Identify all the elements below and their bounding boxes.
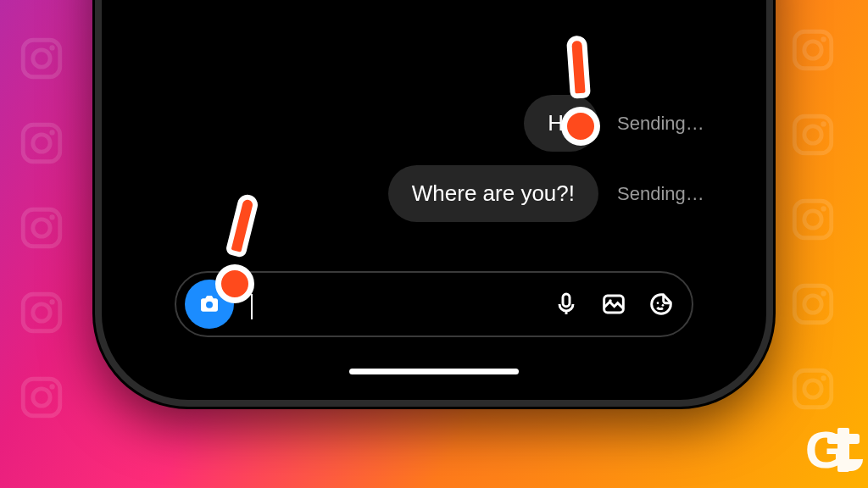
microphone-button[interactable] bbox=[551, 289, 581, 319]
composer-actions bbox=[551, 289, 676, 319]
watermark-text bbox=[837, 420, 849, 479]
svg-point-30 bbox=[206, 302, 213, 308]
text-cursor bbox=[251, 294, 253, 319]
mic-icon bbox=[553, 291, 580, 318]
svg-rect-31 bbox=[563, 294, 570, 307]
message-row: Hi! Sending… bbox=[115, 88, 753, 158]
message-status: Sending… bbox=[617, 113, 719, 135]
sticker-icon bbox=[648, 291, 675, 318]
message-list: Hi! Sending… Where are you?! Sending… bbox=[115, 88, 753, 229]
camera-button[interactable] bbox=[185, 280, 234, 329]
home-indicator[interactable] bbox=[349, 369, 519, 374]
watermark-logo: G bbox=[805, 419, 849, 480]
phone-screen: Hi! Sending… Where are you?! Sending… bbox=[115, 0, 753, 386]
svg-point-35 bbox=[662, 304, 665, 307]
camera-icon bbox=[197, 291, 222, 317]
gallery-icon bbox=[600, 291, 627, 318]
message-bubble[interactable]: Where are you?! bbox=[388, 165, 598, 222]
message-bubble[interactable]: Hi! bbox=[524, 95, 598, 152]
phone-frame: Hi! Sending… Where are you?! Sending… bbox=[95, 0, 773, 407]
message-row: Where are you?! Sending… bbox=[115, 158, 753, 229]
svg-point-34 bbox=[657, 302, 659, 304]
sticker-button[interactable] bbox=[646, 289, 676, 319]
svg-point-33 bbox=[609, 299, 611, 302]
message-composer bbox=[175, 271, 693, 337]
message-status: Sending… bbox=[617, 183, 719, 205]
gallery-button[interactable] bbox=[598, 289, 629, 319]
